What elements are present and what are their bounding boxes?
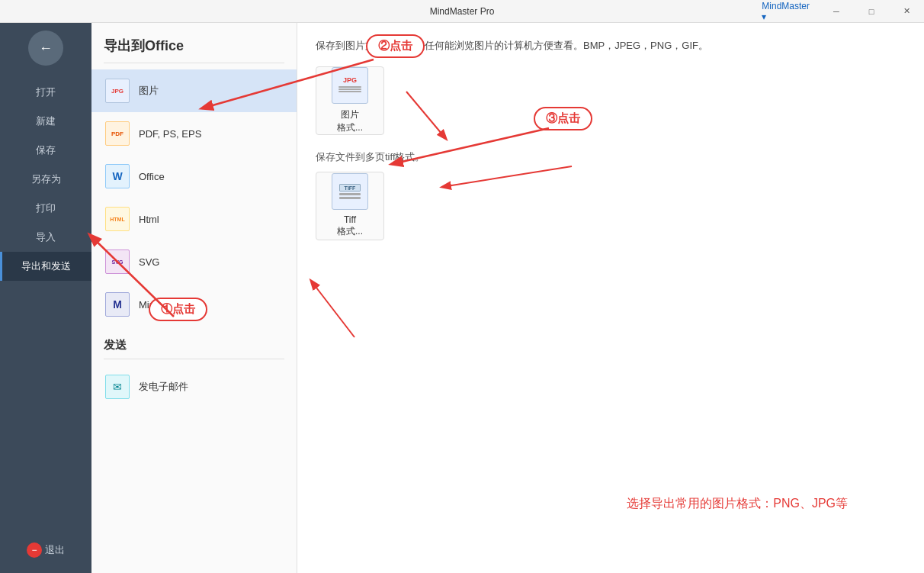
line3 — [338, 91, 361, 92]
sidebar-item-save[interactable]: 保存 — [0, 136, 91, 165]
pdf-label: PDF, PS, EPS — [139, 128, 201, 140]
import-label: 导入 — [36, 230, 56, 244]
export-section-title: 导出到Office — [91, 23, 297, 63]
tiff-large-icon: TIFF — [332, 173, 368, 210]
pdf-icon-graphic — [105, 121, 130, 146]
saveas-label: 另存为 — [31, 172, 61, 186]
html-icon — [104, 205, 131, 233]
new-label: 新建 — [36, 114, 56, 128]
menu-item-image[interactable]: 图片 — [91, 69, 297, 112]
image-label: 图片 — [139, 84, 159, 98]
app-title: MindMaster Pro — [430, 6, 495, 17]
menu-item-email[interactable]: ✉ 发电子邮件 — [91, 365, 297, 408]
bottom-annotation: 选择导出常用的图片格式：PNG、JPG等 — [627, 496, 848, 512]
app-container: ← 打开 新建 保存 另存为 打印 导入 导出和发送 − 退出 导出到Offic — [0, 23, 924, 573]
jpg-large-icon: JPG — [332, 67, 368, 104]
tiff-format-label: Tiff格式... — [337, 214, 363, 238]
jpg-format-label: 图片格式... — [337, 108, 363, 134]
line2 — [338, 89, 361, 90]
sidebar-item-saveas[interactable]: 另存为 — [0, 165, 91, 194]
tiff-line1 — [339, 193, 361, 195]
svg-line-0 — [311, 281, 355, 337]
menu-item-office[interactable]: Office — [91, 155, 297, 198]
section-divider-1 — [104, 63, 284, 63]
back-button[interactable]: ← — [28, 31, 63, 66]
back-icon: ← — [39, 40, 53, 56]
title-bar: MindMaster Pro MindMaster ▾ ─ □ ✕ — [0, 0, 924, 23]
jpg-top-label: JPG — [343, 76, 357, 84]
sidebar-item-new[interactable]: 新建 — [0, 107, 91, 136]
section-divider-2 — [104, 359, 284, 359]
mindmanager-label: MindManager — [139, 299, 200, 311]
email-icon-graphic: ✉ — [105, 375, 130, 399]
middle-panel: 导出到Office 图片 PDF, PS, EPS Office — [91, 23, 297, 573]
sidebar-item-import[interactable]: 导入 — [0, 223, 91, 252]
sidebar-item-print[interactable]: 打印 — [0, 194, 91, 223]
format-item-tiff[interactable]: TIFF Tiff格式... — [316, 172, 384, 240]
format-grid: JPG 图片格式... — [316, 66, 906, 135]
jpg-icon-graphic — [105, 79, 130, 103]
word-icon-graphic — [105, 164, 130, 188]
user-link[interactable]: MindMaster ▾ — [762, 1, 810, 22]
office-label: Office — [139, 171, 165, 182]
exit-label: 退出 — [45, 543, 65, 557]
exit-icon: − — [27, 542, 42, 558]
tiff-line2 — [339, 197, 361, 199]
format-item-jpg[interactable]: JPG 图片格式... — [316, 66, 384, 135]
tiff-format-grid: TIFF Tiff格式... — [316, 172, 906, 240]
html-label: Html — [139, 214, 159, 225]
svg-label: SVG — [139, 256, 159, 268]
export-label: 导出和发送 — [21, 259, 71, 273]
print-label: 打印 — [36, 201, 56, 215]
html-icon-graphic — [105, 207, 130, 231]
menu-item-svg[interactable]: SVG — [91, 240, 297, 283]
minimize-button[interactable]: ─ — [819, 0, 854, 23]
tiff-note: 保存文件到多页tiff格式。 — [316, 150, 906, 164]
close-button[interactable]: ✕ — [889, 0, 924, 23]
line1 — [338, 86, 361, 88]
sidebar-item-export[interactable]: 导出和发送 — [0, 252, 91, 281]
content-panel: 保存到图片文件，可以让任何能浏览图片的计算机方便查看。BMP，JPEG，PNG，… — [297, 23, 924, 573]
sidebar-item-open[interactable]: 打开 — [0, 78, 91, 107]
word-icon — [104, 163, 131, 190]
pdf-icon — [104, 120, 131, 147]
maximize-button[interactable]: □ — [854, 0, 889, 23]
send-section-title: 发送 — [91, 326, 297, 359]
window-controls: MindMaster ▾ ─ □ ✕ — [819, 0, 924, 22]
jpg-icon — [104, 77, 131, 105]
save-label: 保存 — [36, 143, 56, 157]
mind-icon — [104, 291, 131, 318]
menu-item-pdf[interactable]: PDF, PS, EPS — [91, 112, 297, 155]
svg-icon-graphic — [105, 249, 130, 274]
open-label: 打开 — [36, 85, 56, 99]
tiff-label-box: TIFF — [339, 184, 361, 192]
menu-item-mindmanager[interactable]: MindManager — [91, 283, 297, 326]
exit-item[interactable]: − 退出 — [0, 535, 91, 565]
tiff-icon-inner: TIFF — [339, 184, 361, 199]
email-label: 发电子邮件 — [139, 380, 188, 394]
export-description: 保存到图片文件，可以让任何能浏览图片的计算机方便查看。BMP，JPEG，PNG，… — [316, 38, 906, 54]
export-title-text: 导出到Office — [104, 38, 184, 53]
jpg-lines — [336, 84, 364, 95]
mind-icon-graphic — [105, 292, 130, 317]
sidebar: ← 打开 新建 保存 另存为 打印 导入 导出和发送 − 退出 — [0, 23, 91, 573]
svg-icon — [104, 248, 131, 275]
email-icon: ✉ — [104, 373, 131, 401]
send-title-text: 发送 — [104, 338, 127, 351]
menu-item-html[interactable]: Html — [91, 198, 297, 240]
